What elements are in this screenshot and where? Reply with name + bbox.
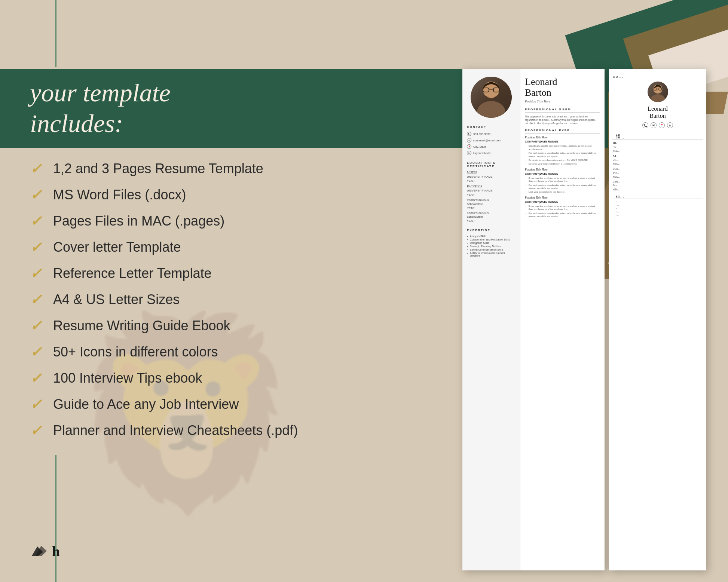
job1-bullet-4: Describe your responsibilities in c... s… [525, 162, 600, 165]
checkmark-icon-1: ✓ [30, 162, 45, 176]
job1-bullet-1: Include any specific accomplishments... … [525, 144, 600, 151]
expertise-section-title: EXPERTISE [467, 229, 516, 232]
resume-preview: CONTACT 📞 333.333.3333 ✉ youremail@email… [462, 69, 717, 570]
pro-summary-text: The purpose of this area is to direct em… [525, 115, 600, 125]
feature-item-6: ✓ A4 & US Letter Sizes [30, 292, 322, 307]
sec-exp-bullets: • ... • ... • ... • ... • ... [609, 200, 706, 216]
uni-1: UNIVERSITY NAME [467, 175, 516, 178]
cert-2-school: School/State [467, 215, 516, 218]
education-section-title: EDUCATION &CERTIFICATE [467, 161, 516, 168]
svg-point-1 [477, 101, 505, 118]
pro-exp-header: PROFESSIONAL EXPE... [525, 129, 600, 134]
job3-company: COMPANY|DATE RANGE [525, 200, 600, 203]
sec-co-label: CO... [609, 69, 706, 79]
job2-bullet-2: For each position, use detailed actio...… [525, 184, 600, 190]
location-icon: 📍 [467, 144, 471, 149]
feature-item-5: ✓ Reference Letter Template [30, 266, 322, 281]
phone-icon: 📞 [467, 132, 471, 136]
checkmark-icon-10: ✓ [30, 397, 45, 411]
svg-point-6 [650, 94, 665, 102]
expertise-6: Ability to remain calm in under pressure [467, 252, 516, 257]
feature-text-5: Reference Letter Template [53, 266, 212, 281]
wing-logo-icon [30, 543, 51, 560]
checkmark-icon-6: ✓ [30, 292, 45, 307]
linkedin-icon: in [467, 151, 471, 155]
sec-linkedin-icon: in [667, 122, 673, 128]
feature-item-4: ✓ Cover letter Template [30, 239, 322, 255]
expertise-4: Strategic Planning Abilities [467, 245, 516, 248]
features-list: ✓ 1,2 and 3 Pages Resume Template ✓ MS W… [30, 161, 322, 449]
expertise-1: Analysis Skills [467, 235, 516, 238]
sec-phone-icon: 📞 [642, 122, 648, 128]
vertical-line-bottom [55, 455, 56, 582]
cert-2-year: YEAR [467, 219, 516, 223]
banner-text: your template includes: [30, 78, 171, 139]
feature-text-4: Cover letter Template [53, 239, 181, 255]
degree-1: MISTER [467, 171, 516, 174]
degree-2: BACHELOR [467, 185, 516, 188]
resume-left-column: CONTACT 📞 333.333.3333 ✉ youremail@email… [462, 69, 520, 570]
checkmark-icon-11: ✓ [30, 423, 45, 438]
vertical-line-top [55, 0, 56, 67]
feature-item-3: ✓ Pages Files in MAC (.pages) [30, 213, 322, 229]
contact-phone: 📞 333.333.3333 [467, 132, 516, 136]
contact-linkedin: in in/yourlinkedin [467, 151, 516, 155]
contact-email: ✉ youremail@email.com [467, 138, 516, 143]
feature-item-2: ✓ MS Word Files (.docx) [30, 187, 322, 203]
feature-text-11: Planner and Interview Cheatsheets (.pdf) [53, 423, 298, 438]
feature-item-11: ✓ Planner and Interview Cheatsheets (.pd… [30, 423, 322, 438]
job3-bullet-2: For each position, use detailed actio...… [525, 212, 600, 218]
job2-title: Position Title Here [525, 168, 600, 171]
sec-name: LeonardBarton [609, 105, 706, 122]
sec-email-icon: ✉ [651, 122, 657, 128]
sec-contact-icons: 📞 ✉ 📍 in [609, 122, 706, 131]
avatar-image [471, 77, 512, 118]
feature-text-2: MS Word Files (.docx) [53, 187, 186, 203]
feature-text-3: Pages Files in MAC (.pages) [53, 213, 224, 229]
year-2: YEAR [467, 193, 516, 196]
job3-title: Position Title Here [525, 196, 600, 199]
resume-name: LeonardBarton [525, 77, 600, 98]
email-icon: ✉ [467, 138, 471, 143]
resume-card-secondary: CO... LeonardBarton 📞 ✉ 📍 in EDCE... MA [609, 69, 706, 570]
checkmark-icon-4: ✓ [30, 240, 45, 254]
checkmark-icon-5: ✓ [30, 266, 45, 281]
feature-text-7: Resume Writing Guide Ebook [53, 318, 230, 334]
job2-company: COMPANY|DATE RANGE [525, 172, 600, 175]
checkmark-icon-9: ✓ [30, 371, 45, 385]
feature-item-1: ✓ 1,2 and 3 Pages Resume Template [30, 161, 322, 177]
feature-text-10: Guide to Ace any Job Interview [53, 396, 239, 412]
year-1: YEAR [467, 179, 516, 183]
cert-1-school: School/State [467, 202, 516, 206]
logo-area: h [30, 543, 60, 560]
sec-exp-header: EX... [612, 194, 703, 199]
checkmark-icon-3: ✓ [30, 214, 45, 228]
pro-summary-header: PROFESSIONAL SUMM... [525, 108, 600, 113]
avatar [471, 77, 512, 118]
cert-1-label: CERTIFICATION #1 [467, 199, 516, 202]
logo-icon: h [30, 543, 60, 560]
feature-item-9: ✓ 100 Interview Tips ebook [30, 370, 322, 386]
expertise-5: Strong Communication Skills [467, 248, 516, 251]
job1-title: Position Title Here [525, 136, 600, 139]
contact-section-title: CONTACT [467, 125, 516, 129]
job1-bullet-3: Be details in your descriptions witho...… [525, 159, 600, 162]
feature-item-8: ✓ 50+ Icons in different colors [30, 344, 322, 360]
resume-position: Position Title Here [525, 99, 600, 103]
feature-text-6: A4 & US Letter Sizes [53, 292, 180, 307]
contact-location: 📍 City, State [467, 144, 516, 149]
job2-bullet-3: Limit your description to the three or..… [525, 190, 600, 193]
uni-2: UNIVERSITY NAME [467, 189, 516, 192]
resume-right-column: LeonardBarton Position Title Here PROFES… [520, 69, 605, 570]
cert-2-label: CERTIFICATION #2 [467, 211, 516, 214]
feature-text-8: 50+ Icons in different colors [53, 344, 218, 360]
sec-education-header: EDCE... [612, 133, 703, 140]
cert-1-year: YEAR [467, 206, 516, 210]
checkmark-icon-7: ✓ [30, 319, 45, 333]
feature-text-9: 100 Interview Tips ebook [53, 370, 202, 386]
sec-avatar [648, 82, 668, 102]
resume-card-main: CONTACT 📞 333.333.3333 ✉ youremail@email… [462, 69, 605, 570]
feature-item-7: ✓ Resume Writing Guide Ebook [30, 318, 322, 334]
job3-bullet-1: If you want the emphasis to be on yo... … [525, 205, 600, 211]
job1-bullet-2: For each position, use detailed actio...… [525, 151, 600, 158]
